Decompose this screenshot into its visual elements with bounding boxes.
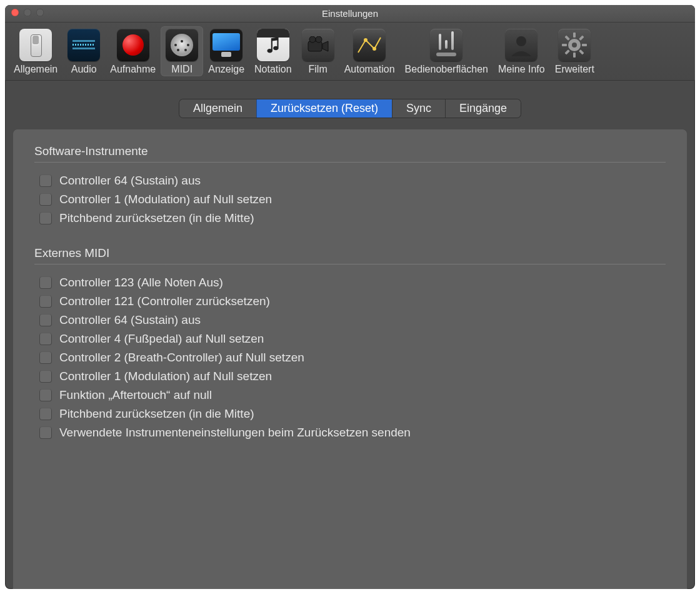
checkbox-row: Funktion „Aftertouch“ auf null: [34, 386, 666, 405]
toolbar-label: Film: [309, 64, 328, 75]
subtab-inputs[interactable]: Eingänge: [445, 99, 521, 118]
note-icon: [257, 29, 289, 61]
checkbox-label: Funktion „Aftertouch“ auf null: [59, 388, 212, 402]
svg-point-3: [316, 36, 322, 43]
svg-marker-1: [322, 41, 328, 51]
checkbox-row: Controller 4 (Fußpedal) auf Null setzen: [34, 330, 666, 348]
toolbar-item-film[interactable]: Film: [297, 26, 339, 76]
camera-icon: [302, 29, 334, 61]
faders-icon: [430, 29, 462, 61]
toolbar-item-advanced[interactable]: Erweitert: [550, 26, 599, 76]
checkbox[interactable]: [39, 351, 52, 364]
toolbar-label: Aufnahme: [110, 64, 156, 75]
svg-point-9: [572, 43, 577, 48]
svg-point-2: [309, 36, 316, 43]
checkbox-row: Controller 1 (Modulation) auf Null setze…: [34, 190, 666, 209]
checkbox-row: Controller 2 (Breath-Controller) auf Nul…: [34, 348, 666, 367]
svg-point-4: [364, 38, 368, 42]
svg-point-6: [516, 36, 526, 46]
fullscreen-icon[interactable]: [36, 9, 44, 16]
checkbox-label: Pitchbend zurücksetzen (in die Mitte): [59, 407, 254, 421]
checkbox-label: Controller 121 (Controller zurücksetzen): [59, 294, 270, 308]
checkbox-row: Verwendete Instrumenteneinstellungen bei…: [34, 423, 666, 442]
toolbar-label: Automation: [344, 64, 395, 75]
checkbox-row: Pitchbend zurücksetzen (in die Mitte): [34, 405, 666, 423]
record-icon: [117, 29, 149, 61]
automation-icon: [353, 29, 386, 61]
subtab-general[interactable]: Allgemein: [179, 99, 256, 118]
checkbox[interactable]: [39, 408, 52, 420]
checkbox[interactable]: [39, 314, 52, 326]
subtab-sync[interactable]: Sync: [392, 99, 445, 118]
toolbar-label: Anzeige: [208, 64, 244, 75]
toolbar-label: Bedienoberflächen: [405, 64, 488, 75]
checkbox-row: Controller 64 (Sustain) aus: [34, 171, 666, 190]
toolbar-label: Meine Info: [498, 64, 545, 75]
toolbar-item-display[interactable]: Anzeige: [203, 26, 249, 76]
toolbar-item-audio[interactable]: Audio: [62, 26, 105, 76]
checkbox-label: Controller 1 (Modulation) auf Null setze…: [59, 370, 272, 383]
toolbar-label: MIDI: [171, 64, 192, 75]
checkbox[interactable]: [39, 295, 52, 308]
checkbox[interactable]: [39, 426, 52, 439]
midi-subtabs: Allgemein Zurücksetzen (Reset) Sync Eing…: [179, 99, 521, 118]
checkbox-row: Controller 123 (Alle Noten Aus): [34, 273, 666, 292]
checkbox-row: Pitchbend zurücksetzen (in die Mitte): [34, 209, 666, 228]
content-area: Allgemein Zurücksetzen (Reset) Sync Eing…: [5, 81, 695, 589]
svg-rect-0: [308, 41, 322, 51]
checkbox-label: Verwendete Instrumenteneinstellungen bei…: [59, 426, 411, 440]
toolbar-label: Notation: [254, 64, 292, 75]
checkbox-row: Controller 121 (Controller zurücksetzen): [34, 292, 666, 311]
toolbar-label: Allgemein: [14, 64, 58, 75]
midi-port-icon: [166, 29, 198, 61]
checkbox[interactable]: [39, 370, 52, 383]
gear-icon: [558, 29, 591, 61]
toolbar-item-myinfo[interactable]: Meine Info: [493, 26, 550, 76]
minimize-icon[interactable]: [24, 9, 31, 16]
group-heading: Software-Instrumente: [34, 144, 666, 163]
checkbox-label: Controller 64 (Sustain) aus: [59, 174, 201, 188]
toolbar-item-automation[interactable]: Automation: [339, 26, 400, 76]
window-title: Einstellungen: [5, 8, 695, 19]
group-external-midi: Externes MIDI Controller 123 (Alle Noten…: [34, 246, 666, 442]
checkbox[interactable]: [39, 389, 52, 401]
window-controls: [5, 9, 44, 16]
titlebar: Einstellungen: [5, 5, 695, 23]
toolbar-label: Erweitert: [555, 64, 594, 75]
checkbox[interactable]: [39, 174, 52, 187]
svg-rect-8: [573, 33, 576, 38]
monitor-icon: [210, 29, 242, 61]
checkbox[interactable]: [39, 333, 52, 345]
switch-icon: [19, 29, 52, 61]
checkbox-row: Controller 64 (Sustain) aus: [34, 311, 666, 330]
toolbar-item-midi[interactable]: MIDI: [161, 26, 203, 76]
checkbox[interactable]: [39, 212, 52, 224]
checkbox[interactable]: [39, 276, 52, 289]
checkbox-label: Pitchbend zurücksetzen (in die Mitte): [59, 211, 254, 225]
checkbox-label: Controller 64 (Sustain) aus: [59, 313, 201, 327]
toolbar-item-notation[interactable]: Notation: [249, 26, 297, 76]
checkbox-label: Controller 4 (Fußpedal) auf Null setzen: [59, 332, 264, 346]
svg-point-5: [372, 47, 376, 51]
reset-panel: Software-Instrumente Controller 64 (Sust…: [12, 129, 688, 589]
group-heading: Externes MIDI: [34, 246, 666, 264]
toolbar-item-record[interactable]: Aufnahme: [105, 26, 161, 76]
checkbox-label: Controller 123 (Alle Noten Aus): [59, 276, 223, 289]
person-icon: [505, 29, 538, 61]
checkbox[interactable]: [39, 193, 52, 206]
toolbar-label: Audio: [71, 64, 97, 75]
subtab-reset[interactable]: Zurücksetzen (Reset): [256, 99, 392, 118]
preferences-toolbar: Allgemein Audio Aufnahme MIDI Anzeige No…: [5, 23, 695, 81]
close-icon[interactable]: [11, 9, 19, 16]
group-software-instruments: Software-Instrumente Controller 64 (Sust…: [34, 144, 666, 228]
checkbox-label: Controller 2 (Breath-Controller) auf Nul…: [59, 351, 304, 365]
waveform-icon: [68, 29, 100, 61]
checkbox-label: Controller 1 (Modulation) auf Null setze…: [59, 193, 272, 206]
preferences-window: Einstellungen Allgemein Audio Aufnahme M…: [5, 5, 695, 589]
checkbox-row: Controller 1 (Modulation) auf Null setze…: [34, 367, 666, 386]
toolbar-item-surfaces[interactable]: Bedienoberflächen: [400, 26, 493, 76]
toolbar-item-general[interactable]: Allgemein: [9, 26, 62, 76]
